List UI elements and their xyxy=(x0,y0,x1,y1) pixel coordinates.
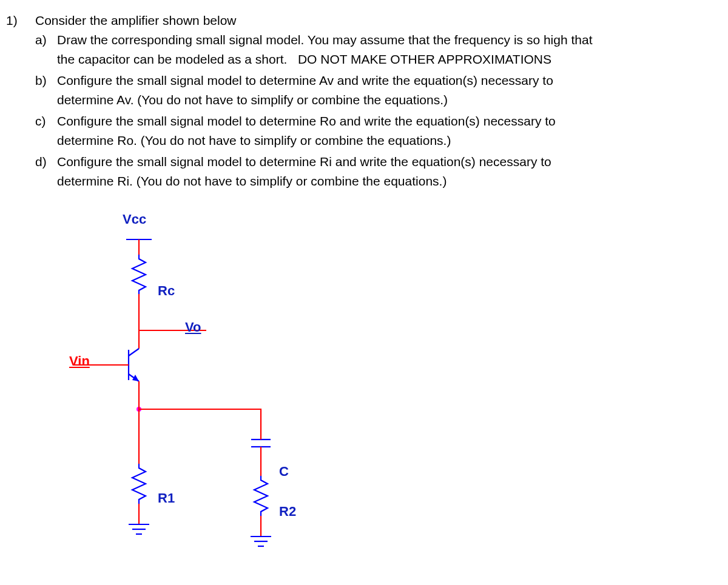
subpart-b-line2: determine Av. (You do not have to simpli… xyxy=(57,90,721,110)
subpart-c-line1: Configure the small signal model to dete… xyxy=(57,112,721,131)
label-c: C xyxy=(279,461,289,481)
ground-left-icon xyxy=(129,524,149,534)
capacitor-c-icon xyxy=(251,440,271,447)
svg-line-2 xyxy=(129,349,139,356)
subpart-d-letter: d) xyxy=(35,152,57,172)
subpart-b-line1: Configure the small signal model to dete… xyxy=(57,71,721,90)
subpart-a-line2: the capacitor can be modeled as a short.… xyxy=(57,50,721,69)
subpart-c-line2: determine Ro. (You do not have to simpli… xyxy=(57,131,721,150)
page-root: 1) Consider the amplifier shown below a)… xyxy=(0,0,728,585)
subpart-d-body: Configure the small signal model to dete… xyxy=(57,152,721,190)
subpart-a-body: Draw the corresponding small signal mode… xyxy=(57,30,721,69)
label-r1: R1 xyxy=(158,488,175,508)
resistor-r2-icon xyxy=(254,476,268,516)
subpart-a-line2-suffix: DO NOT MAKE OTHER APPROXIMATIONS xyxy=(298,52,551,66)
subpart-d: d) Configure the small signal model to d… xyxy=(35,152,721,190)
label-vcc: Vcc xyxy=(123,209,146,229)
subpart-b-letter: b) xyxy=(35,71,57,90)
label-vin: Vin xyxy=(69,351,90,371)
subpart-c: c) Configure the small signal model to d… xyxy=(35,112,721,150)
npn-transistor-icon xyxy=(129,349,139,381)
question-stem: Consider the amplifier shown below xyxy=(35,11,237,30)
subpart-a-letter: a) xyxy=(35,30,57,50)
question-number: 1) xyxy=(6,11,18,30)
subpart-a-line2-prefix: the capacitor can be modeled as a short. xyxy=(57,52,298,66)
subpart-c-body: Configure the small signal model to dete… xyxy=(57,112,721,150)
subpart-c-letter: c) xyxy=(35,112,57,131)
subpart-d-line2: determine Ri. (You do not have to simpli… xyxy=(57,172,721,191)
subpart-b: b) Configure the small signal model to d… xyxy=(35,71,721,109)
label-rc: Rc xyxy=(158,281,175,301)
label-r2: R2 xyxy=(279,501,296,521)
wire-node-cap xyxy=(139,409,261,433)
subpart-a: a) Draw the corresponding small signal m… xyxy=(35,30,721,69)
circuit-svg xyxy=(61,209,352,573)
ground-right-icon xyxy=(251,537,271,546)
question-subparts: a) Draw the corresponding small signal m… xyxy=(35,30,721,193)
resistor-r1-icon xyxy=(132,464,146,504)
resistor-rc-icon xyxy=(132,255,146,294)
subpart-d-line1: Configure the small signal model to dete… xyxy=(57,152,721,172)
amplifier-circuit: Vcc Rc Vo Vin R1 C R2 xyxy=(61,209,352,573)
subpart-b-body: Configure the small signal model to dete… xyxy=(57,71,721,109)
subpart-a-line1: Draw the corresponding small signal mode… xyxy=(57,30,721,50)
label-vo: Vo xyxy=(185,317,201,337)
